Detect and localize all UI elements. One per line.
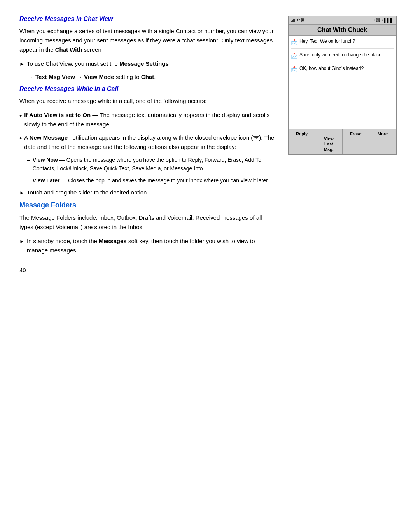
softkey-erase-label: Erase [350,131,362,136]
message-text-2: Sure, only we need to change the place. [299,52,383,58]
dash-symbol2: – [27,176,30,185]
bullet-touch-drag: ► Touch and drag the slider to the desir… [19,188,276,197]
arrow-icon2: ► [19,189,24,197]
softkey-more-label: More [378,131,388,136]
signal-bar-3 [293,19,294,22]
arrow-icon: ► [19,60,24,68]
section1-paragraph: When you exchange a series of text messa… [19,26,276,54]
chat-messages: 📩 Hey, Ted! We on for lunch? 📩 Sure, onl… [289,36,396,129]
section-heading-call: Receive Messages While in a Call [19,86,276,93]
section3-paragraph: The Message Folders include: Inbox, Outb… [19,213,276,232]
softkey-erase[interactable]: Erase [343,130,369,154]
message-icon-2: 📩 [291,52,298,59]
bullet-message-settings-text: To use Chat View, you must set the Messa… [27,59,169,68]
chat-message-2: 📩 Sure, only we need to change the place… [291,52,394,62]
envelope-icon [253,136,259,140]
bullet-new-message-text: A New Message notification appears in th… [24,133,276,152]
bullet-auto-view-text: If Auto View is set to On — The message … [24,110,276,129]
chat-message-1: 📩 Hey, Ted! We on for lunch? [291,38,394,49]
left-column: Receive Messages in Chat View When you e… [19,16,276,273]
signal-bar-4 [294,19,295,22]
message-icon-3: 📩 [291,66,298,72]
section-heading-folders: Message Folders [19,201,276,209]
signal-bar-1 [291,21,292,22]
arrow-icon3: ► [19,238,24,246]
signal-bar-2 [292,20,293,22]
message-text-1: Hey, Ted! We on for lunch? [299,38,355,45]
indent-text: Text Msg View → View Mode setting to Cha… [35,72,156,82]
signal-strength-icon: ▌▌▌ [384,18,394,23]
indent-text-msg-view: → Text Msg View → View Mode setting to C… [27,72,276,82]
bullet-dot-symbol2: • [19,133,22,144]
phone-soft-keys: Reply ViewLastMsg. Erase More [289,129,396,154]
bullet-touch-drag-text: Touch and drag the slider to the desired… [27,188,149,197]
status-icons-right: □ 圆 ♪ ▌▌▌ [373,18,394,23]
softkey-more[interactable]: More [369,130,396,154]
page-content: Receive Messages in Chat View When you e… [19,16,401,273]
sub-view-later-text: View Later — Closes the popup and saves … [33,176,269,185]
bullet-standby-text: In standby mode, touch the Messages soft… [27,236,276,255]
section2-paragraph: When you receive a message while in a ca… [19,96,276,106]
bullet-new-message: • A New Message notification appears in … [19,133,276,152]
section-receive-call: Receive Messages While in a Call When yo… [19,86,276,197]
section-receive-chat: Receive Messages in Chat View When you e… [19,16,276,82]
softkey-reply-label: Reply [296,131,308,136]
section-heading-chat: Receive Messages in Chat View [19,16,276,23]
signal-bars-icon [291,18,295,22]
section-message-folders: Message Folders The Message Folders incl… [19,201,276,255]
sub-view-now-text: View Now — Opens the message where you h… [33,156,276,173]
sub-bullet-view-now: – View Now — Opens the message where you… [27,156,276,173]
dash-symbol1: – [27,156,30,164]
message-text-3: OK, how about Gino’s instead? [299,65,364,72]
phone-status-bar: ✿ 回 □ 圆 ♪ ▌▌▌ [289,16,396,24]
phone-title-bar: Chat With Chuck [289,24,396,36]
bullet-auto-view: • If Auto View is set to On — The messag… [19,110,276,129]
bullet-message-settings: ► To use Chat View, you must set the Mes… [19,59,276,68]
chat-message-3: 📩 OK, how about Gino’s instead? [291,65,394,75]
phone-screen: ✿ 回 □ 圆 ♪ ▌▌▌ Chat With Chuck 📩 Hey, Ted… [288,16,397,155]
battery-icon: □ 圆 ♪ [373,18,383,23]
right-column: ✿ 回 □ 圆 ♪ ▌▌▌ Chat With Chuck 📩 Hey, Ted… [288,16,401,273]
softkey-reply[interactable]: Reply [289,130,315,154]
message-icon-1: 📩 [291,39,298,45]
status-icons-left: ✿ 回 [291,18,305,23]
status-icons: ✿ 回 [297,18,305,23]
page-number: 40 [19,267,276,273]
indent-arrow-symbol: → [27,72,33,82]
softkey-view-last-label: ViewLastMsg. [324,136,334,151]
sub-bullet-view-later: – View Later — Closes the popup and save… [27,176,276,185]
softkey-view-last[interactable]: ViewLastMsg. [315,130,342,154]
bullet-dot-symbol: • [19,110,22,122]
bullet-standby-mode: ► In standby mode, touch the Messages so… [19,236,276,255]
